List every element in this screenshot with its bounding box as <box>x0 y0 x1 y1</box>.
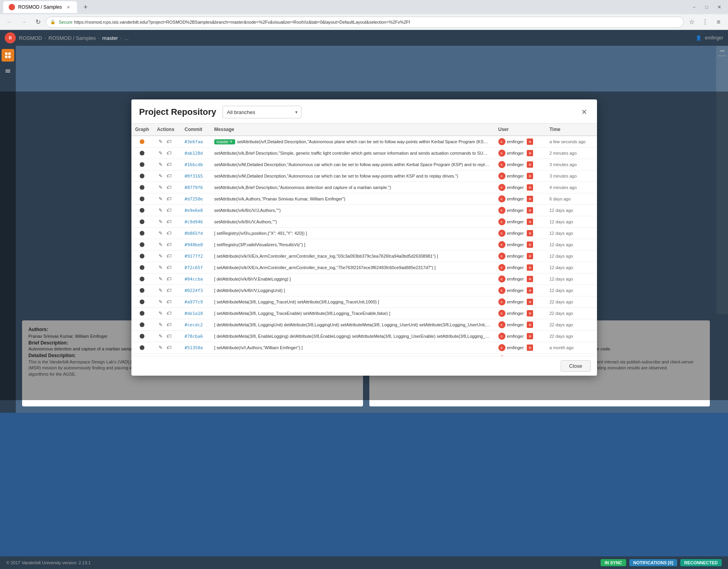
bookmark-button[interactable]: ☆ <box>685 16 698 28</box>
modal-close-button[interactable]: ✕ <box>580 107 589 117</box>
sidebar-icon-visualizer[interactable] <box>2 49 14 62</box>
breadcrumb-samples[interactable]: ROSMOD / Samples <box>49 35 96 41</box>
modal-body[interactable]: Graph Actions Commit Message User Time ✎… <box>131 124 597 356</box>
tag-icon[interactable]: 🏷 <box>165 218 172 225</box>
user-action-icon[interactable]: ✕ <box>527 299 533 305</box>
user-action-icon[interactable]: ✕ <box>527 173 533 179</box>
breadcrumb-more[interactable]: ... <box>124 35 129 41</box>
edit-icon[interactable]: ✎ <box>157 321 164 328</box>
edit-icon[interactable]: ✎ <box>157 150 164 157</box>
edit-icon[interactable]: ✎ <box>157 275 164 283</box>
user-action-icon[interactable]: ✕ <box>527 344 533 351</box>
user-action-icon[interactable]: ✕ <box>527 264 533 271</box>
in-sync-badge[interactable]: IN SYNC <box>601 559 626 566</box>
tag-icon[interactable]: 🏷 <box>165 184 172 191</box>
tag-icon[interactable]: 🏷 <box>165 150 172 157</box>
tag-icon[interactable]: 🏷 <box>165 264 172 271</box>
branch-selector[interactable]: All branches master develop ▼ <box>223 106 301 118</box>
user-action-icon[interactable]: ✕ <box>527 241 533 248</box>
user-action-icon[interactable]: ✕ <box>527 333 533 339</box>
edit-icon[interactable]: ✎ <box>157 310 164 317</box>
commit-hash[interactable]: #16bcdb <box>185 162 203 167</box>
edit-icon[interactable]: ✎ <box>157 161 164 168</box>
user-action-icon[interactable]: ✕ <box>527 230 533 236</box>
edit-icon[interactable]: ✎ <box>157 344 164 351</box>
commit-hash[interactable]: #8f3165 <box>185 174 203 179</box>
breadcrumb-rosmod[interactable]: ROSMOD <box>19 35 42 41</box>
tag-icon[interactable]: 🏷 <box>165 172 172 180</box>
tag-icon[interactable]: 🏷 <box>165 333 172 340</box>
extensions-button[interactable]: ⋮ <box>699 16 711 28</box>
tag-icon[interactable]: 🏷 <box>165 321 172 328</box>
tag-icon[interactable]: 🏷 <box>165 344 172 351</box>
new-tab-button[interactable]: + <box>80 2 91 13</box>
browser-tab[interactable]: ROSMOD / Samples ✕ <box>3 1 77 13</box>
tag-icon[interactable]: 🏷 <box>165 138 172 145</box>
user-action-icon[interactable]: ✕ <box>527 207 533 213</box>
tag-icon[interactable]: 🏷 <box>165 253 172 260</box>
user-action-icon[interactable]: ✕ <box>527 184 533 191</box>
edit-icon[interactable]: ✎ <box>157 264 164 271</box>
user-action-icon[interactable]: ✕ <box>527 219 533 225</box>
edit-icon[interactable]: ✎ <box>157 184 164 191</box>
commit-hash[interactable]: #d7250e <box>185 197 203 202</box>
edit-icon[interactable]: ✎ <box>157 287 164 294</box>
user-action-icon[interactable]: ✕ <box>527 150 533 156</box>
user-action-icon[interactable]: ✕ <box>527 276 533 282</box>
minimize-button[interactable]: − <box>689 2 700 13</box>
edit-icon[interactable]: ✎ <box>157 333 164 340</box>
commit-hash[interactable]: #9177f2 <box>185 254 203 259</box>
edit-icon[interactable]: ✎ <box>157 253 164 260</box>
commit-hash[interactable]: #51350a <box>185 345 203 350</box>
user-action-icon[interactable]: ✕ <box>527 139 533 145</box>
tag-icon[interactable]: 🏷 <box>165 230 172 237</box>
user-action-icon[interactable]: ✕ <box>527 322 533 328</box>
reconnected-badge[interactable]: RECONNECTED <box>680 559 722 566</box>
tag-icon[interactable]: 🏷 <box>165 207 172 214</box>
user-action-icon[interactable]: ✕ <box>527 253 533 259</box>
tag-icon[interactable]: 🏷 <box>165 287 172 294</box>
commit-hash[interactable]: #0224f3 <box>185 288 203 293</box>
edit-icon[interactable]: ✎ <box>157 207 164 214</box>
url-input[interactable] <box>74 20 679 24</box>
tag-icon[interactable]: 🏷 <box>165 241 172 248</box>
back-button[interactable]: ← <box>3 16 16 28</box>
reload-button[interactable]: ↻ <box>32 16 44 28</box>
notifications-badge[interactable]: NOTIFICATIONS [0] <box>629 559 677 566</box>
commit-hash[interactable]: #ab128d <box>185 151 203 156</box>
commit-hash[interactable]: #3e6faa <box>185 139 203 144</box>
window-close-button[interactable]: ✕ <box>714 2 725 13</box>
close-modal-button[interactable]: Close <box>561 360 590 372</box>
menu-button[interactable]: ≡ <box>712 16 725 28</box>
commit-hash[interactable]: #72c65f <box>185 265 203 270</box>
tag-icon[interactable]: 🏷 <box>165 298 172 305</box>
commit-hash[interactable]: #de1a10 <box>185 311 203 316</box>
commit-hash[interactable]: #78cba6 <box>185 334 203 339</box>
branch-select[interactable]: All branches master develop <box>223 106 301 118</box>
user-action-icon[interactable]: ✕ <box>527 196 533 202</box>
edit-icon[interactable]: ✎ <box>157 172 164 180</box>
branch-badge-close[interactable]: ✕ <box>230 140 233 144</box>
forward-button[interactable]: → <box>17 16 30 28</box>
commit-hash[interactable]: #b865fd <box>185 231 203 236</box>
edit-icon[interactable]: ✎ <box>157 195 164 202</box>
edit-icon[interactable]: ✎ <box>157 230 164 237</box>
edit-icon[interactable]: ✎ <box>157 138 164 145</box>
commit-hash[interactable]: #c9d946 <box>185 219 203 225</box>
tag-icon[interactable]: 🏷 <box>165 275 172 283</box>
commit-hash[interactable]: #8779f6 <box>185 185 203 190</box>
user-action-icon[interactable]: ✕ <box>527 310 533 316</box>
user-action-icon[interactable]: ✕ <box>527 287 533 294</box>
commit-hash[interactable]: #e9e6e8 <box>185 208 203 213</box>
edit-icon[interactable]: ✎ <box>157 218 164 225</box>
maximize-button[interactable]: □ <box>701 2 712 13</box>
tag-icon[interactable]: 🏷 <box>165 195 172 202</box>
address-bar[interactable]: 🔒 Secure <box>46 17 684 28</box>
edit-icon[interactable]: ✎ <box>157 241 164 248</box>
user-action-icon[interactable]: ✕ <box>527 161 533 168</box>
commit-hash[interactable]: #04ccba <box>185 277 203 282</box>
commit-hash[interactable]: #cecdc2 <box>185 322 203 328</box>
commit-hash[interactable]: #948be0 <box>185 242 203 247</box>
edit-icon[interactable]: ✎ <box>157 298 164 305</box>
commit-hash[interactable]: #a977c9 <box>185 299 203 305</box>
